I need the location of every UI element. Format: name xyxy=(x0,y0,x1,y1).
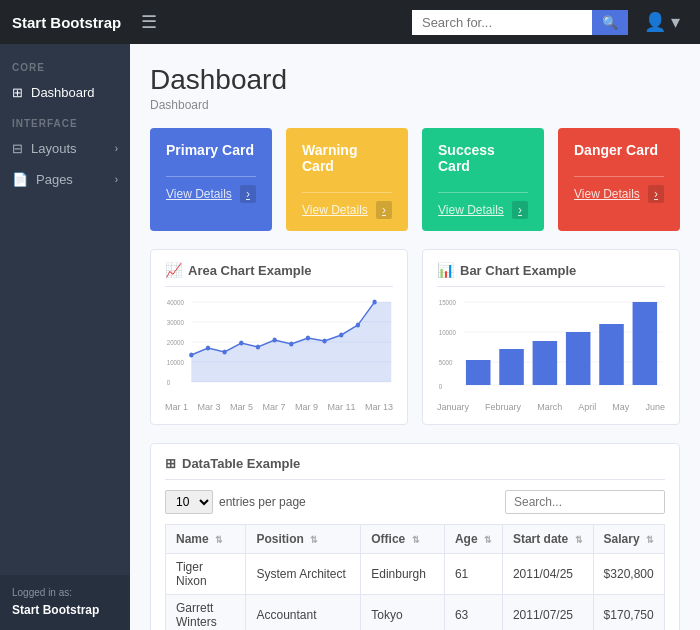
dashboard-icon: ⊞ xyxy=(12,85,23,100)
table-cell: $170,750 xyxy=(593,595,664,631)
table-cell: Accountant xyxy=(246,595,361,631)
svg-rect-33 xyxy=(533,341,558,385)
svg-rect-34 xyxy=(566,332,591,385)
sort-icon: ⇅ xyxy=(575,535,583,545)
col-header-startdate[interactable]: Start date ⇅ xyxy=(502,525,593,554)
sidebar-section-interface: INTERFACE xyxy=(0,108,130,133)
sidebar-item-layouts[interactable]: ⊟ Layouts › xyxy=(0,133,130,164)
primary-card-link-text: View Details xyxy=(166,187,232,201)
success-card-link-text: View Details xyxy=(438,203,504,217)
success-card: Success Card View Details › xyxy=(422,128,544,231)
datatable-search-input[interactable] xyxy=(505,490,665,514)
breadcrumb: Dashboard xyxy=(150,98,680,112)
svg-rect-36 xyxy=(633,302,658,385)
area-chart-svg: 40000 30000 20000 10000 0 xyxy=(165,297,393,397)
table-row: Tiger NixonSystem ArchitectEdinburgh6120… xyxy=(166,554,665,595)
entries-select[interactable]: 10 25 50 xyxy=(165,490,213,514)
sort-icon: ⇅ xyxy=(310,535,318,545)
arrow-icon: › xyxy=(512,201,528,219)
svg-text:30000: 30000 xyxy=(167,319,184,326)
logged-in-label: Logged in as: xyxy=(12,585,118,601)
table-cell: 2011/04/25 xyxy=(502,554,593,595)
danger-card-title: Danger Card xyxy=(574,142,664,158)
warning-card-link-text: View Details xyxy=(302,203,368,217)
table-head: Name ⇅ Position ⇅ Office ⇅ Age ⇅ Start d… xyxy=(166,525,665,554)
pages-icon: 📄 xyxy=(12,172,28,187)
table-cell: Tokyo xyxy=(361,595,445,631)
svg-point-16 xyxy=(272,338,276,343)
sort-icon: ⇅ xyxy=(484,535,492,545)
warning-card-title: Warning Card xyxy=(302,142,392,174)
table-cell: 2011/07/25 xyxy=(502,595,593,631)
sidebar-item-label: Pages xyxy=(36,172,73,187)
sort-icon: ⇅ xyxy=(412,535,420,545)
search-input[interactable] xyxy=(412,10,592,35)
table-body: Tiger NixonSystem ArchitectEdinburgh6120… xyxy=(166,554,665,631)
sidebar-item-pages[interactable]: 📄 Pages › xyxy=(0,164,130,195)
col-header-name[interactable]: Name ⇅ xyxy=(166,525,246,554)
danger-card-link[interactable]: View Details › xyxy=(574,176,664,203)
success-card-link[interactable]: View Details › xyxy=(438,192,528,219)
search-form: 🔍 xyxy=(412,10,628,35)
warning-card-link[interactable]: View Details › xyxy=(302,192,392,219)
warning-card: Warning Card View Details › xyxy=(286,128,408,231)
table-cell: $320,800 xyxy=(593,554,664,595)
table-cell: Tiger Nixon xyxy=(166,554,246,595)
svg-text:40000: 40000 xyxy=(167,299,184,306)
bar-label: May xyxy=(612,402,629,412)
datatable-title: DataTable Example xyxy=(182,456,300,471)
sidebar-section-core: CORE xyxy=(0,52,130,77)
chevron-right-icon: › xyxy=(115,174,118,185)
table-cell: 61 xyxy=(444,554,502,595)
sidebar-toggle-button[interactable]: ☰ xyxy=(133,7,165,37)
bar-chart-header: 📊 Bar Chart Example xyxy=(437,262,665,287)
datatable-icon: ⊞ xyxy=(165,456,176,471)
sort-icon: ⇅ xyxy=(646,535,654,545)
svg-point-17 xyxy=(289,342,293,347)
datatable-table: Name ⇅ Position ⇅ Office ⇅ Age ⇅ Start d… xyxy=(165,524,665,630)
sidebar-item-label: Layouts xyxy=(31,141,77,156)
layouts-icon: ⊟ xyxy=(12,141,23,156)
user-menu-button[interactable]: 👤 ▾ xyxy=(636,7,688,37)
primary-card: Primary Card View Details › xyxy=(150,128,272,231)
svg-point-14 xyxy=(239,341,243,346)
bar-label: January xyxy=(437,402,469,412)
svg-point-12 xyxy=(206,346,210,351)
table-row: Garrett WintersAccountantTokyo632011/07/… xyxy=(166,595,665,631)
svg-point-21 xyxy=(356,323,360,328)
col-header-office[interactable]: Office ⇅ xyxy=(361,525,445,554)
table-cell: 63 xyxy=(444,595,502,631)
bar-chart-title: Bar Chart Example xyxy=(460,263,576,278)
area-label: Mar 5 xyxy=(230,402,253,412)
primary-card-title: Primary Card xyxy=(166,142,256,158)
col-header-position[interactable]: Position ⇅ xyxy=(246,525,361,554)
bar-label: February xyxy=(485,402,521,412)
datatable-box: ⊞ DataTable Example 10 25 50 entries per… xyxy=(150,443,680,630)
area-chart-title: Area Chart Example xyxy=(188,263,312,278)
svg-rect-32 xyxy=(499,349,524,385)
area-label: Mar 7 xyxy=(262,402,285,412)
bar-chart-icon: 📊 xyxy=(437,262,454,278)
svg-point-13 xyxy=(222,350,226,355)
search-button[interactable]: 🔍 xyxy=(592,10,628,35)
area-label: Mar 1 xyxy=(165,402,188,412)
bar-label: March xyxy=(537,402,562,412)
table-cell: System Architect xyxy=(246,554,361,595)
col-header-salary[interactable]: Salary ⇅ xyxy=(593,525,664,554)
bar-label: June xyxy=(645,402,665,412)
sort-icon: ⇅ xyxy=(215,535,223,545)
area-label: Mar 13 xyxy=(365,402,393,412)
sidebar-username: Start Bootstrap xyxy=(12,601,118,620)
col-header-age[interactable]: Age ⇅ xyxy=(444,525,502,554)
table-cell: Edinburgh xyxy=(361,554,445,595)
svg-text:10000: 10000 xyxy=(167,359,184,366)
sidebar-item-label: Dashboard xyxy=(31,85,95,100)
area-chart-labels: Mar 1 Mar 3 Mar 5 Mar 7 Mar 9 Mar 11 Mar… xyxy=(165,402,393,412)
sidebar-footer: Logged in as: Start Bootstrap xyxy=(0,575,130,630)
area-label: Mar 3 xyxy=(197,402,220,412)
arrow-icon: › xyxy=(376,201,392,219)
svg-point-11 xyxy=(189,353,193,358)
primary-card-link[interactable]: View Details › xyxy=(166,176,256,203)
sidebar-item-dashboard[interactable]: ⊞ Dashboard xyxy=(0,77,130,108)
bar-chart-labels: January February March April May June xyxy=(437,402,665,412)
